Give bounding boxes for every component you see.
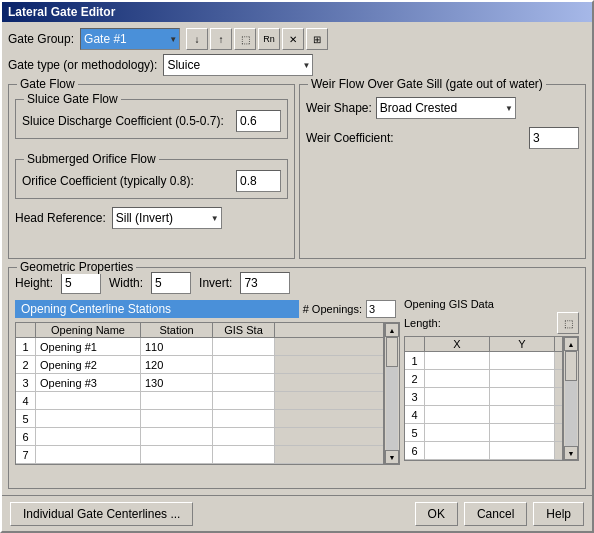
- cancel-button[interactable]: Cancel: [464, 502, 527, 526]
- table-row: 3 Opening #3 130: [16, 374, 383, 392]
- row-gis: [213, 356, 275, 373]
- geo-dimensions-row: Height: Width: Invert:: [15, 272, 579, 294]
- geometric-properties-section: Geometric Properties Height: Width: Inve…: [8, 267, 586, 489]
- gate-type-select-wrapper: Sluice: [163, 54, 313, 76]
- gis-data-area: Opening GIS Data Length: ⬚ X Y: [404, 298, 579, 465]
- import-button[interactable]: ⊞: [306, 28, 328, 50]
- gis-table-row: 6: [405, 442, 562, 460]
- delete-button[interactable]: ✕: [282, 28, 304, 50]
- row-station: [141, 410, 213, 427]
- gis-row-num: 5: [405, 424, 425, 441]
- geo-title: Geometric Properties: [17, 260, 136, 274]
- table-row: 2 Opening #2 120: [16, 356, 383, 374]
- weir-coeff-input[interactable]: [529, 127, 579, 149]
- move-up-button[interactable]: ↑: [210, 28, 232, 50]
- gis-row-num: 1: [405, 352, 425, 369]
- gis-row-y: [490, 406, 555, 423]
- gis-row-num: 4: [405, 406, 425, 423]
- scroll-down-btn[interactable]: ▼: [385, 450, 399, 464]
- scroll-up-btn[interactable]: ▲: [385, 323, 399, 337]
- gis-import-btn[interactable]: ⬚: [557, 312, 579, 334]
- head-ref-wrapper: Sill (Invert): [112, 207, 222, 229]
- num-openings-label: # Openings:: [303, 303, 362, 315]
- table-row: 7: [16, 446, 383, 464]
- col-header-gis: GIS Sta: [213, 323, 275, 337]
- gis-table-body: 1 2 3: [405, 352, 562, 460]
- row-station: 110: [141, 338, 213, 355]
- gis-scroll-track: [565, 351, 577, 446]
- row-station: [141, 392, 213, 409]
- gis-col-x: X: [425, 337, 490, 351]
- opening-table-scrollbar[interactable]: ▲ ▼: [384, 322, 400, 465]
- height-input[interactable]: [61, 272, 101, 294]
- gate-type-row: Gate type (or methodology): Sluice: [8, 54, 586, 76]
- gis-col-y: Y: [490, 337, 555, 351]
- rename-button[interactable]: Rn: [258, 28, 280, 50]
- row-station: 120: [141, 356, 213, 373]
- col-header-station: Station: [141, 323, 213, 337]
- row-name: [36, 392, 141, 409]
- num-openings-input[interactable]: [366, 300, 396, 318]
- orifice-coeff-input[interactable]: [236, 170, 281, 192]
- weir-shape-select[interactable]: Broad Crested: [376, 97, 516, 119]
- gate-type-select[interactable]: Sluice: [163, 54, 313, 76]
- individual-gate-centerlines-button[interactable]: Individual Gate Centerlines ...: [10, 502, 193, 526]
- gis-header-row: Opening GIS Data: [404, 298, 579, 310]
- row-num: 1: [16, 338, 36, 355]
- row-station: 130: [141, 374, 213, 391]
- gis-row-num: 2: [405, 370, 425, 387]
- row-num: 7: [16, 446, 36, 463]
- head-ref-select[interactable]: Sill (Invert): [112, 207, 222, 229]
- gis-col-num: [405, 337, 425, 351]
- copy-button[interactable]: ⬚: [234, 28, 256, 50]
- scroll-track: [386, 337, 398, 450]
- gis-table-row: 1: [405, 352, 562, 370]
- gis-row-x: [425, 388, 490, 405]
- table-row: 5: [16, 410, 383, 428]
- window-title: Lateral Gate Editor: [8, 5, 115, 19]
- move-down-button[interactable]: ↓: [186, 28, 208, 50]
- opening-table: Opening Name Station GIS Sta 1 Opening #…: [15, 322, 384, 465]
- ok-button[interactable]: OK: [415, 502, 458, 526]
- gis-scroll-down-btn[interactable]: ▼: [564, 446, 578, 460]
- scroll-thumb: [386, 337, 398, 367]
- table-controls-row: Opening Centerline Stations # Openings:: [15, 298, 400, 320]
- gis-row-num: 6: [405, 442, 425, 459]
- gis-table-scrollbar[interactable]: ▲ ▼: [563, 336, 579, 461]
- gate-group-select[interactable]: Gate #1: [80, 28, 180, 50]
- help-button[interactable]: Help: [533, 502, 584, 526]
- row-num: 5: [16, 410, 36, 427]
- row-station: [141, 428, 213, 445]
- sluice-coeff-input[interactable]: [236, 110, 281, 132]
- num-openings-area: # Openings:: [299, 298, 400, 320]
- invert-input[interactable]: [240, 272, 290, 294]
- bottom-bar: Individual Gate Centerlines ... OK Cance…: [2, 495, 592, 531]
- width-input[interactable]: [151, 272, 191, 294]
- gate-group-row: Gate Group: Gate #1 ↓ ↑ ⬚ Rn ✕ ⊞: [8, 28, 586, 50]
- gis-scroll-thumb: [565, 351, 577, 381]
- gis-col-headers: X Y: [405, 337, 562, 352]
- gate-flow-title: Gate Flow: [17, 77, 78, 91]
- gis-table-row: 3: [405, 388, 562, 406]
- submerged-flow-title: Submerged Orifice Flow: [24, 152, 159, 166]
- width-label: Width:: [109, 276, 143, 290]
- row-gis: [213, 410, 275, 427]
- sluice-coeff-label: Sluice Discharge Coefficient (0.5-0.7):: [22, 114, 232, 128]
- row-gis: [213, 374, 275, 391]
- row-num: 2: [16, 356, 36, 373]
- row-name: [36, 428, 141, 445]
- orifice-coeff-label: Orifice Coefficient (typically 0.8):: [22, 174, 232, 188]
- weir-coeff-label: Weir Coefficient:: [306, 131, 394, 145]
- row-num: 6: [16, 428, 36, 445]
- lateral-gate-editor-window: Lateral Gate Editor Gate Group: Gate #1 …: [0, 0, 594, 533]
- weir-shape-row: Weir Shape: Broad Crested: [306, 97, 579, 119]
- head-ref-label: Head Reference:: [15, 211, 106, 225]
- main-panels: Gate Flow Sluice Gate Flow Sluice Discha…: [8, 80, 586, 259]
- gis-row-x: [425, 424, 490, 441]
- weir-shape-label: Weir Shape:: [306, 101, 372, 115]
- table-row: 6: [16, 428, 383, 446]
- gis-scroll-up-btn[interactable]: ▲: [564, 337, 578, 351]
- row-gis: [213, 392, 275, 409]
- gate-group-select-wrapper: Gate #1: [80, 28, 180, 50]
- openings-header-label: Opening Centerline Stations: [21, 302, 171, 316]
